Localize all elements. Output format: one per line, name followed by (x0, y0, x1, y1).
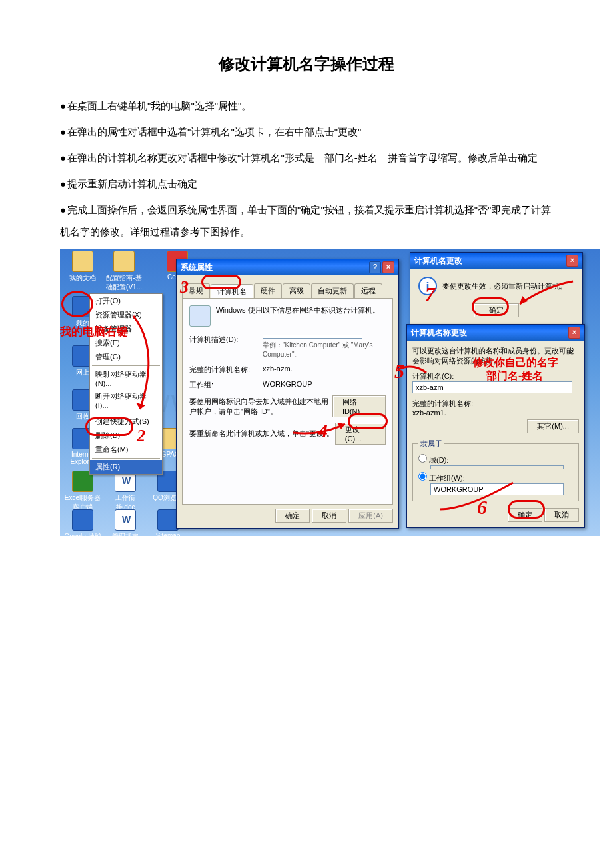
ok-button[interactable]: 确定 (508, 508, 542, 522)
desc-label: 计算机描述(D): (189, 335, 263, 345)
cancel-button[interactable]: 取消 (544, 508, 579, 522)
fullname-value: xzb-azm. (263, 365, 293, 373)
tab-computer-name[interactable]: 计算机名 (211, 284, 253, 299)
apply-button[interactable]: 应用(A) (348, 509, 393, 523)
screenshot-composite: www.bdocx.c 我的文档 配置指南-基础配置(V1... Center … (60, 249, 600, 536)
info-icon: i (418, 277, 437, 295)
instruction-bullet: 在弹出的属性对话框中选着"计算机名"选项卡，在右中部点击"更改" (60, 121, 553, 143)
tabs: 常规 计算机名 硬件 高级 自动更新 远程 (182, 281, 393, 298)
dialog-title: 计算机名称更改 (411, 327, 467, 339)
member-fieldset: 隶属于 域(D): 工作组(W): WORKGROUP (412, 439, 579, 501)
dialog-title: 系统属性 (181, 262, 213, 273)
instruction-bullet: 在桌面上右键单机"我的电脑"选择"属性"。 (60, 95, 553, 117)
member-legend: 隶属于 (418, 439, 444, 449)
desktop-icon[interactable]: Google 地球 (64, 509, 101, 536)
workgroup-radio[interactable] (418, 472, 427, 481)
instruction-bullet: 完成上面操作后，会返回系统属性界面，单击下面的"确定"按钮，接着又提示重启计算机… (60, 199, 553, 243)
domain-radio[interactable] (418, 454, 427, 463)
ctx-properties[interactable]: 属性(R) (90, 460, 162, 474)
workgroup-label: 工作组: (189, 380, 263, 390)
ctx-search[interactable]: 搜索(E) (90, 336, 162, 350)
domain-input[interactable] (430, 465, 564, 469)
ctx-open[interactable]: 打开(O) (90, 294, 162, 308)
netid-button[interactable]: 网络 ID(N) (332, 395, 386, 417)
ctx-disc-drive[interactable]: 断开网络驱动器(I)... (90, 389, 162, 411)
domain-label: 域(D): (429, 456, 448, 464)
confirm-msg: 要使更改生效，必须重新启动计算机。 (442, 281, 567, 291)
rename-dialog: 计算机名称更改 × 可以更改这台计算机的名称和成员身份。更改可能会影响对网络资源… (406, 324, 585, 528)
intro-text: Windows 使用以下信息在网络中标识这台计算机。 (216, 305, 380, 315)
dialog-title: 计算机名更改 (414, 255, 462, 267)
change-button[interactable]: 更改(C)... (335, 423, 386, 445)
close-button[interactable]: × (566, 255, 578, 267)
desktop-icon[interactable]: Excel服务器客户端 (64, 471, 101, 512)
tab-hardware[interactable]: 硬件 (254, 283, 282, 298)
close-button[interactable]: × (568, 327, 580, 339)
desktop-icon[interactable]: 管理规定 1.doc (107, 509, 144, 536)
page-title: 修改计算机名字操作过程 (60, 53, 553, 75)
more-button[interactable]: 其它(M)... (527, 419, 579, 433)
name-label: 计算机名(C): (412, 371, 579, 381)
desc-input[interactable] (263, 335, 362, 339)
cancel-button[interactable]: 取消 (312, 509, 346, 523)
tab-remote[interactable]: 远程 (354, 283, 382, 298)
ctx-delete[interactable]: 删除(D) (90, 429, 162, 443)
ctx-explorer[interactable]: 资源管理器(X) (90, 308, 162, 322)
instruction-bullet: 提示重新启动计算机点击确定 (60, 173, 553, 195)
ctx-shortcut[interactable]: 创建快捷方式(S) (90, 415, 162, 429)
desktop-icon[interactable]: 工作衔接.doc (107, 471, 144, 512)
confirm-dialog: 计算机名更改 × i 要使更改生效，必须重新启动计算机。 确定 (410, 252, 583, 326)
workgroup-input[interactable]: WORKGROUP (430, 483, 564, 495)
ctx-devmgr[interactable]: 设备管理器 (90, 322, 162, 336)
ctx-map-drive[interactable]: 映射网络驱动器(N)... (90, 367, 162, 389)
change-text: 要重新命名此计算机或加入域，单击"更改"。 (189, 429, 335, 439)
workgroup-value: WORKGROUP (263, 380, 312, 388)
context-menu[interactable]: 打开(O) 资源管理器(X) 设备管理器 搜索(E) 管理(G) 映射网络驱动器… (89, 293, 163, 475)
system-properties-dialog: 系统属性 ? × 常规 计算机名 硬件 高级 自动更新 远程 (176, 259, 399, 529)
tab-auto-update[interactable]: 自动更新 (311, 283, 354, 298)
ok-button[interactable]: 确定 (275, 509, 310, 523)
close-button[interactable]: × (382, 261, 394, 273)
help-button[interactable]: ? (369, 261, 381, 273)
ctx-rename[interactable]: 重命名(M) (90, 443, 162, 457)
fullname-label: 完整的计算机名称: (412, 399, 579, 409)
fullname-label: 完整的计算机名称: (189, 365, 263, 375)
fullname-value: xzb-azm1. (412, 409, 579, 417)
computer-name-input[interactable]: xzb-azm (412, 381, 572, 393)
instruction-bullet: 在弹出的计算机名称更改对话框中修改"计算机名"形式是 部门名-姓名 拼音首字母缩… (60, 147, 553, 169)
example-text: 举例："Kitchen Computer" 或 "Mary's Computer… (263, 341, 382, 359)
desktop-icon[interactable]: 配置指南-基础配置(V1... (105, 251, 143, 292)
rename-intro: 可以更改这台计算机的名称和成员身份。更改可能会影响对网络资源的访问。 (412, 346, 579, 366)
computer-icon (189, 305, 211, 327)
tab-general[interactable]: 常规 (182, 283, 210, 298)
netid-text: 要使用网络标识向导去加入域并创建本地用户帐户，请单击"网络 ID"。 (189, 397, 332, 417)
tab-advanced[interactable]: 高级 (283, 283, 310, 298)
ok-button[interactable]: 确定 (474, 303, 519, 317)
desktop-icon[interactable]: 我的文档 (64, 251, 101, 283)
ctx-manage[interactable]: 管理(G) (90, 350, 162, 364)
workgroup-label: 工作组(W): (429, 474, 465, 482)
